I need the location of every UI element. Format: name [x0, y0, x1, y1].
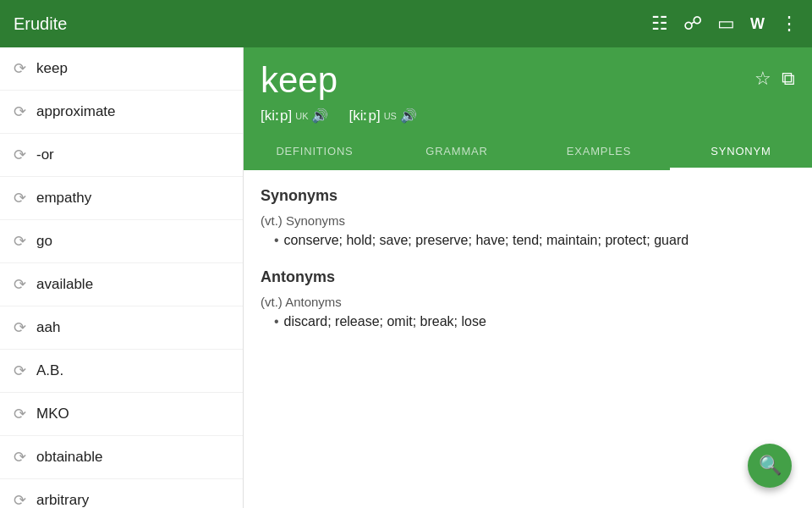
bullet-dot: •	[274, 314, 279, 329]
word-header-top: keep ☆ ⧉	[261, 61, 795, 100]
history-icon: ⟳	[14, 189, 26, 207]
synonyms-heading: Synonyms	[261, 187, 795, 205]
tab-synonym[interactable]: SYNONYM	[670, 135, 812, 170]
phonetic-us: [kiːp] US 🔊	[348, 107, 416, 124]
sidebar-item-ab[interactable]: ⟳ A.B.	[0, 350, 243, 393]
sidebar-item-label: go	[36, 233, 52, 250]
history-icon: ⟳	[14, 448, 26, 467]
sidebar-item-approximate[interactable]: ⟳ approximate	[0, 91, 243, 134]
tab-definitions[interactable]: DEFINITIONS	[244, 135, 386, 170]
content-area: keep ☆ ⧉ [kiːp] UK 🔊 [kiːp] US 🔊	[244, 47, 812, 508]
history-icon: ⟳	[14, 491, 26, 508]
history-icon: ⟳	[14, 275, 26, 294]
sidebar-item-label: -or	[36, 146, 54, 163]
synonyms-block: Synonyms (vt.) Synonyms • conserve; hold…	[261, 187, 795, 248]
ms-word-icon[interactable]: W	[750, 15, 765, 33]
sidebar-item-label: obtainable	[36, 449, 102, 466]
sidebar-item-keep[interactable]: ⟳ keep	[0, 47, 243, 91]
topbar: Erudite ☷ ☍ ▭ W ⋮	[0, 0, 812, 47]
phonetics: [kiːp] UK 🔊 [kiːp] US 🔊	[261, 107, 795, 135]
sidebar-item-label: available	[36, 276, 93, 293]
history-icon: ⟳	[14, 405, 26, 423]
word-title: keep	[261, 61, 337, 100]
tab-grammar[interactable]: GRAMMAR	[386, 135, 528, 170]
more-icon[interactable]: ⋮	[780, 13, 798, 35]
phonetic-uk-text: [kiːp]	[261, 107, 292, 124]
sidebar-item-label: empathy	[36, 190, 91, 207]
sidebar-item-aah[interactable]: ⟳ aah	[0, 306, 243, 350]
history-icon: ⟳	[14, 146, 26, 164]
bullet-dot: •	[274, 233, 279, 248]
sidebar-item-label: approximate	[36, 103, 116, 120]
word-header-actions: ☆ ⧉	[754, 68, 795, 90]
body-content: Synonyms (vt.) Synonyms • conserve; hold…	[244, 170, 812, 508]
sidebar-item-label: keep	[36, 60, 68, 77]
flashcard-icon[interactable]: ☷	[651, 13, 668, 35]
sidebar-item-label: aah	[36, 319, 60, 336]
main-layout: ⟳ keep ⟳ approximate ⟳ -or ⟳ empathy ⟳ g…	[0, 47, 812, 508]
sidebar-item-label: MKO	[36, 406, 69, 422]
antonyms-block: Antonyms (vt.) Antonyms • discard; relea…	[261, 268, 795, 329]
antonyms-subtitle: (vt.) Antonyms	[261, 295, 795, 309]
history-icon: ⟳	[14, 102, 26, 121]
phonetic-uk: [kiːp] UK 🔊	[261, 107, 328, 124]
history-icon: ⟳	[14, 232, 26, 251]
sidebar-item-available[interactable]: ⟳ available	[0, 263, 243, 306]
history-icon: ⟳	[14, 59, 26, 78]
sidebar-item-go[interactable]: ⟳ go	[0, 220, 243, 263]
search-icon: 🔍	[759, 455, 782, 477]
tab-examples[interactable]: EXAMPLES	[528, 135, 670, 170]
app-title: Erudite	[14, 14, 67, 34]
phonetic-us-text: [kiːp]	[348, 107, 380, 124]
sidebar-item-or[interactable]: ⟳ -or	[0, 134, 243, 177]
antonyms-text: discard; release; omit; break; lose	[284, 314, 486, 329]
sidebar-item-label: arbitrary	[36, 492, 89, 508]
synonyms-text: conserve; hold; save; preserve; have; te…	[284, 233, 689, 248]
book-icon[interactable]: ☍	[683, 13, 702, 35]
phonetic-us-label: US	[384, 111, 397, 121]
sidebar-item-mko[interactable]: ⟳ MKO	[0, 393, 243, 436]
word-header: keep ☆ ⧉ [kiːp] UK 🔊 [kiːp] US 🔊	[244, 47, 812, 135]
speaker-us-icon[interactable]: 🔊	[400, 108, 417, 124]
star-icon[interactable]: ☆	[754, 68, 771, 90]
synonyms-bullet: • conserve; hold; save; preserve; have; …	[274, 233, 795, 248]
sidebar-item-obtainable[interactable]: ⟳ obtainable	[0, 436, 243, 479]
copy-icon[interactable]: ⧉	[782, 68, 795, 90]
sidebar-item-empathy[interactable]: ⟳ empathy	[0, 177, 243, 220]
antonyms-bullet: • discard; release; omit; break; lose	[274, 314, 795, 329]
bookmark-icon[interactable]: ▭	[717, 13, 735, 35]
sidebar: ⟳ keep ⟳ approximate ⟳ -or ⟳ empathy ⟳ g…	[0, 47, 244, 508]
history-icon: ⟳	[14, 318, 26, 337]
synonyms-subtitle: (vt.) Synonyms	[261, 213, 795, 228]
search-fab[interactable]: 🔍	[748, 444, 792, 488]
speaker-uk-icon[interactable]: 🔊	[311, 108, 328, 124]
topbar-actions: ☷ ☍ ▭ W ⋮	[651, 13, 798, 35]
sidebar-item-label: A.B.	[36, 362, 63, 379]
phonetic-uk-label: UK	[295, 111, 308, 121]
sidebar-item-arbitrary[interactable]: ⟳ arbitrary	[0, 479, 243, 508]
tabs: DEFINITIONS GRAMMAR EXAMPLES SYNONYM	[244, 135, 812, 170]
antonyms-heading: Antonyms	[261, 268, 795, 286]
history-icon: ⟳	[14, 362, 26, 380]
